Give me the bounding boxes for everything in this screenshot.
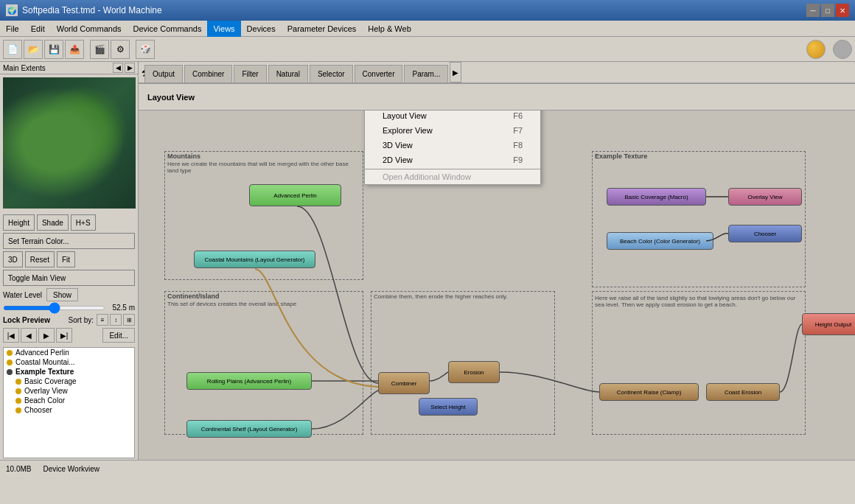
- menu-3d-view[interactable]: 3D View F8: [365, 138, 540, 153]
- menu-help-web[interactable]: Help & Web: [362, 21, 417, 37]
- close-button[interactable]: ✕: [836, 4, 849, 17]
- node-basic-coverage[interactable]: Basic Coverage (Macro): [607, 188, 706, 206]
- menu-item-label: 3D View: [383, 141, 413, 150]
- shortcut-f7: F7: [513, 126, 523, 135]
- view-row: 3D Reset Fit: [3, 251, 135, 267]
- tab-natural[interactable]: Natural: [268, 65, 308, 83]
- dot-icon: [7, 350, 13, 356]
- tab-strip: ⚒ Output Combiner Filter Natural Selecto…: [139, 62, 855, 84]
- menu-device-commands[interactable]: Device Commands: [128, 21, 208, 37]
- nav-first[interactable]: |◀: [3, 328, 19, 343]
- sort-icon-1[interactable]: ≡: [97, 314, 108, 326]
- preview-nav-right[interactable]: ▶: [125, 63, 135, 73]
- nav-prev[interactable]: ◀: [21, 328, 37, 343]
- node-continent-raise[interactable]: Continent Raise (Clamp): [599, 383, 699, 401]
- left-sidebar: Main Extents ◀ ▶ Height Shade H+S Set Te…: [0, 62, 139, 460]
- terrain-color-row: Set Terrain Color...: [3, 233, 135, 249]
- toolbar-render[interactable]: 🎬: [90, 40, 109, 59]
- device-list[interactable]: Advanced Perlin Coastal Mountai... Examp…: [3, 347, 135, 458]
- list-item-coastal-mountains[interactable]: Coastal Mountai...: [4, 357, 134, 367]
- toolbar-new[interactable]: 📄: [3, 40, 22, 59]
- nav-next[interactable]: ▶: [38, 328, 55, 343]
- minimize-button[interactable]: ─: [806, 4, 820, 17]
- toolbar-save[interactable]: 💾: [44, 40, 63, 59]
- window-title: Softpedia Test.tmd - World Machine: [22, 5, 162, 15]
- menu-2d-view[interactable]: 2D View F9: [365, 153, 540, 167]
- fit-button[interactable]: Fit: [57, 251, 75, 267]
- maximize-button[interactable]: □: [821, 4, 834, 17]
- nav-buttons: |◀ ◀ ▶ ▶| Edit...: [3, 328, 135, 343]
- node-advanced-perlin[interactable]: Advanced Perlin: [249, 184, 341, 206]
- toolbar-export[interactable]: 📤: [65, 40, 84, 59]
- water-show-button[interactable]: Show: [46, 288, 78, 301]
- water-level-slider[interactable]: [3, 306, 105, 310]
- view-3d-button[interactable]: 3D: [3, 251, 23, 267]
- list-item-basic-coverage[interactable]: Basic Coverage: [4, 377, 134, 386]
- set-terrain-color-button[interactable]: Set Terrain Color...: [3, 233, 135, 249]
- views-dropdown-menu[interactable]: Show Left Sidebar F4 Device Workview F5 …: [364, 111, 541, 185]
- nav-last[interactable]: ▶|: [56, 328, 72, 343]
- menu-open-additional-window: Open Additional Window: [365, 169, 540, 184]
- toggle-main-row: Toggle Main View: [3, 270, 135, 286]
- tab-filter[interactable]: Filter: [234, 65, 266, 83]
- node-continental-shelf[interactable]: Continental Shelf (Layout Generator): [186, 420, 312, 438]
- node-overlay-view[interactable]: Overlay View: [728, 188, 802, 206]
- sort-icon-2[interactable]: ↕: [110, 314, 122, 326]
- toggle-main-view-button[interactable]: Toggle Main View: [3, 270, 135, 286]
- sort-icon-3[interactable]: ⊞: [123, 314, 135, 326]
- item-label: Beach Color: [24, 396, 65, 405]
- dot-icon: [15, 398, 21, 404]
- node-select-height[interactable]: Select Height: [419, 398, 478, 416]
- list-item-overlay-view[interactable]: Overlay View: [4, 386, 134, 396]
- tab-label: Selector: [318, 70, 345, 78]
- terrain-preview-area: [3, 77, 136, 209]
- node-erosion[interactable]: Erosion: [448, 361, 500, 383]
- node-height-output[interactable]: Height Output: [802, 313, 855, 335]
- node-combiner[interactable]: Combiner: [378, 372, 430, 394]
- hs-button[interactable]: H+S: [71, 214, 96, 231]
- list-item-advanced-perlin[interactable]: Advanced Perlin: [4, 348, 134, 357]
- height-button[interactable]: Height: [3, 214, 35, 231]
- node-coast-erosion[interactable]: Coast Erosion: [706, 383, 780, 401]
- node-beach-color[interactable]: Beach Color (Color Generator): [607, 232, 713, 250]
- toolbar-open[interactable]: 📂: [24, 40, 43, 59]
- node-coastal-mountains[interactable]: Coastal Mountains (Layout Generator): [194, 251, 315, 268]
- tab-output[interactable]: Output: [144, 65, 183, 83]
- menu-views[interactable]: Views: [207, 21, 240, 37]
- edit-button[interactable]: Edit...: [102, 328, 135, 343]
- menu-devices[interactable]: Devices: [241, 21, 282, 37]
- menu-explorer-view[interactable]: Explorer View F7: [365, 123, 540, 138]
- shade-button[interactable]: Shade: [37, 214, 69, 231]
- node-rolling-plains[interactable]: Rolling Plains (Advanced Perlin): [186, 372, 312, 390]
- menu-file[interactable]: File: [0, 21, 25, 37]
- window-controls[interactable]: ─ □ ✕: [806, 4, 849, 17]
- app-icon: 🌍: [6, 4, 18, 16]
- list-item-example-texture[interactable]: Example Texture: [4, 367, 134, 377]
- tab-param[interactable]: Param...: [404, 65, 448, 83]
- toolbar-build[interactable]: ⚙: [111, 40, 130, 59]
- canvas-area[interactable]: Mountains Here we create the mountains t…: [139, 111, 855, 460]
- reset-button[interactable]: Reset: [25, 251, 55, 267]
- group-mountains-label: Mountains: [165, 152, 363, 161]
- tab-combiner[interactable]: Combiner: [184, 65, 232, 83]
- group-example-texture-label: Example Texture: [593, 152, 805, 161]
- list-item-beach-color[interactable]: Beach Color: [4, 396, 134, 405]
- list-item-chooser[interactable]: Chooser: [4, 405, 134, 415]
- toolbar-random[interactable]: 🎲: [136, 40, 155, 59]
- tab-label: Natural: [276, 70, 300, 78]
- preview-nav-left[interactable]: ◀: [113, 63, 123, 73]
- menu-world-commands[interactable]: World Commands: [51, 21, 128, 37]
- tab-label: Param...: [412, 70, 440, 78]
- node-chooser[interactable]: Chooser: [728, 225, 802, 242]
- item-label: Basic Coverage: [24, 377, 77, 385]
- tab-selector[interactable]: Selector: [310, 65, 353, 83]
- menu-layout-view[interactable]: Layout View F6: [365, 111, 540, 123]
- menu-parameter-devices[interactable]: Parameter Devices: [282, 21, 363, 37]
- preview-nav[interactable]: ◀ ▶: [113, 63, 135, 73]
- water-value: 52.5 m: [108, 304, 135, 312]
- title-bar: 🌍 Softpedia Test.tmd - World Machine ─ □…: [0, 0, 855, 21]
- water-slider-row: 52.5 m: [3, 304, 135, 312]
- menu-edit[interactable]: Edit: [25, 21, 51, 37]
- tab-scroll-right[interactable]: ▶: [450, 62, 461, 83]
- tab-converter[interactable]: Converter: [355, 65, 403, 83]
